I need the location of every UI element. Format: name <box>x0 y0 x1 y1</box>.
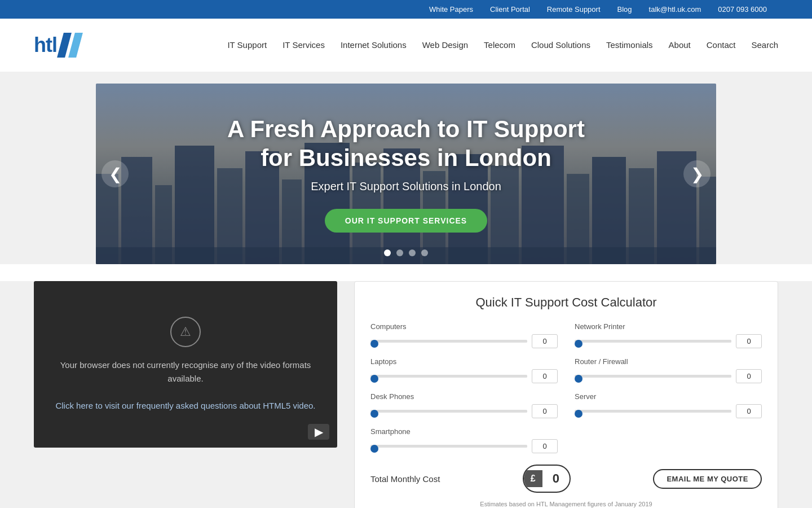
hero-dot-3[interactable] <box>409 249 416 256</box>
video-play-button[interactable]: ▶ <box>308 424 329 440</box>
nav-contact[interactable]: Contact <box>707 40 736 50</box>
calc-server-value[interactable] <box>736 404 762 418</box>
nav-it-services[interactable]: IT Services <box>283 40 325 50</box>
hero-dot-4[interactable] <box>421 249 428 256</box>
main-nav: htl IT Support IT Services Internet Solu… <box>0 19 812 72</box>
calc-smartphone-label: Smartphone <box>370 427 558 436</box>
nav-about[interactable]: About <box>669 40 691 50</box>
play-icon: ▶ <box>315 425 323 439</box>
logo-icon <box>60 33 80 58</box>
topbar-remote-support[interactable]: Remote Support <box>547 5 601 14</box>
calc-total-amount: 0 <box>542 468 570 489</box>
hero-dot-1[interactable] <box>384 249 391 256</box>
calc-laptops: Laptops <box>370 357 558 383</box>
video-faq-link[interactable]: Click here to visit our frequently asked… <box>55 401 315 410</box>
nav-web-design[interactable]: Web Design <box>422 40 468 50</box>
video-error-icon: ⚠ <box>170 317 201 347</box>
hero-slider: A Fresh Approach to IT Support for Busin… <box>96 84 716 264</box>
logo[interactable]: htl <box>34 33 80 58</box>
calculator-title: Quick IT Support Cost Calculator <box>370 295 762 310</box>
calc-network-printer-slider[interactable] <box>575 340 731 343</box>
nav-telecom[interactable]: Telecom <box>484 40 515 50</box>
calc-desk-phones: Desk Phones <box>370 392 558 418</box>
calc-server-slider[interactable] <box>575 410 731 413</box>
hero-cta-button[interactable]: OUR IT SUPPORT SERVICES <box>325 209 487 233</box>
calc-computers-slider[interactable] <box>370 340 527 343</box>
calc-router-firewall-slider[interactable] <box>575 375 731 378</box>
hero-dots <box>384 249 428 256</box>
video-block: ⚠ Your browser does not currently recogn… <box>34 281 337 448</box>
calc-total-label: Total Monthly Cost <box>370 474 440 484</box>
hero-dot-2[interactable] <box>396 249 403 256</box>
nav-it-support[interactable]: IT Support <box>227 40 267 50</box>
topbar-email[interactable]: talk@htl.uk.com <box>649 5 701 14</box>
calc-server-label: Server <box>575 392 762 401</box>
nav-internet-solutions[interactable]: Internet Solutions <box>341 40 407 50</box>
nav-testimonials[interactable]: Testimonials <box>606 40 653 50</box>
calc-desk-phones-value[interactable] <box>532 404 558 418</box>
calculator: Quick IT Support Cost Calculator Compute… <box>354 281 778 508</box>
logo-text: htl <box>34 33 57 57</box>
calculator-footer: Total Monthly Cost £ 0 EMAIL ME MY QUOTE <box>370 465 762 493</box>
calc-desk-phones-slider[interactable] <box>370 410 527 413</box>
calc-router-firewall-value[interactable] <box>736 369 762 383</box>
nav-search[interactable]: Search <box>751 40 778 50</box>
nav-links: IT Support IT Services Internet Solution… <box>227 40 778 50</box>
topbar-white-papers[interactable]: White Papers <box>429 5 473 14</box>
calc-server: Server <box>575 392 762 418</box>
hero-content: A Fresh Approach to IT Support for Busin… <box>96 84 716 264</box>
calc-email-quote-button[interactable]: EMAIL ME MY QUOTE <box>653 469 762 489</box>
video-message: Your browser does not currently recognis… <box>51 358 320 413</box>
calc-computers: Computers <box>370 322 558 348</box>
hero-next-button[interactable]: ❯ <box>683 160 710 187</box>
calc-smartphone: Smartphone <box>370 427 558 453</box>
calc-network-printer: Network Printer <box>575 322 762 348</box>
topbar-client-portal[interactable]: Client Portal <box>490 5 530 14</box>
topbar-phone[interactable]: 0207 093 6000 <box>718 5 767 14</box>
calc-router-firewall-label: Router / Firewall <box>575 357 762 366</box>
calc-laptops-label: Laptops <box>370 357 558 366</box>
calc-router-firewall: Router / Firewall <box>575 357 762 383</box>
calc-network-printer-value[interactable] <box>736 334 762 348</box>
calc-smartphone-value[interactable] <box>532 439 558 453</box>
calc-network-printer-label: Network Printer <box>575 322 762 331</box>
topbar-blog[interactable]: Blog <box>617 5 632 14</box>
calculator-grid: Computers Network Printer Laptops <box>370 322 762 453</box>
calc-disclaimer: Estimates based on HTL Management figure… <box>370 501 762 507</box>
nav-cloud-solutions[interactable]: Cloud Solutions <box>531 40 590 50</box>
calc-computers-label: Computers <box>370 322 558 331</box>
hero-subtitle: Expert IT Support Solutions in London <box>311 180 501 193</box>
calc-currency-symbol: £ <box>524 470 542 487</box>
calc-total-display: £ 0 <box>523 465 571 493</box>
calc-smartphone-slider[interactable] <box>370 445 527 448</box>
hero-title: A Fresh Approach to IT Support for Busin… <box>227 115 585 172</box>
calc-computers-value[interactable] <box>532 334 558 348</box>
calc-desk-phones-label: Desk Phones <box>370 392 558 401</box>
calc-laptops-slider[interactable] <box>370 375 527 378</box>
top-bar: White Papers Client Portal Remote Suppor… <box>0 0 812 19</box>
calc-laptops-value[interactable] <box>532 369 558 383</box>
hero-prev-button[interactable]: ❮ <box>102 160 129 187</box>
